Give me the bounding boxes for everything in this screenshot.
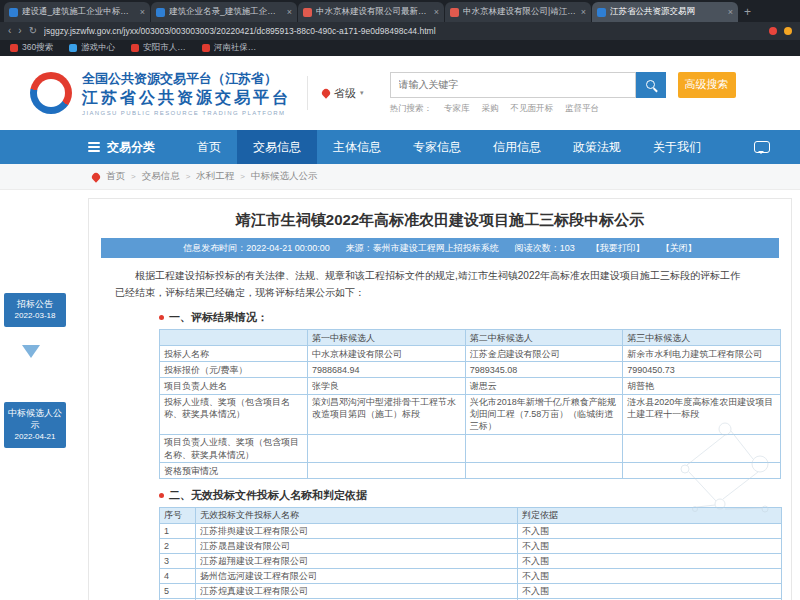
message-icon[interactable] <box>754 141 770 153</box>
forward-icon[interactable]: › <box>18 26 21 36</box>
tab-favicon <box>156 8 165 17</box>
site-logo <box>30 72 72 114</box>
cell: 新余市水利电力建筑工程有限公司 <box>623 346 781 362</box>
back-icon[interactable]: ‹ <box>8 26 11 36</box>
bullet-icon <box>159 493 164 498</box>
browser-tab[interactable]: 建设通_建筑施工企业中标、资质… × <box>4 2 150 22</box>
cell: 江苏排舆建设工程有限公司 <box>196 523 518 538</box>
chevron-down-icon: ▾ <box>360 89 364 97</box>
nav-item-policy[interactable]: 政策法规 <box>557 130 637 164</box>
breadcrumb-trade-info[interactable]: 交易信息 <box>142 170 180 183</box>
menu-icon <box>88 140 100 154</box>
bookmark-item[interactable]: 安阳市人… <box>131 42 186 54</box>
nav-item-home[interactable]: 首页 <box>181 130 237 164</box>
nav-item-expert-info[interactable]: 专家信息 <box>397 130 477 164</box>
address-bar-row: ‹ › ↻ jsggzy.jszwfw.gov.cn/jyxx/003003/0… <box>0 22 800 40</box>
address-bar[interactable]: jsggzy.jszwfw.gov.cn/jyxx/003003/0030030… <box>44 26 762 36</box>
hot-search-link[interactable]: 专家库 <box>444 103 470 115</box>
bookmark-item[interactable]: 360搜索 <box>10 42 53 54</box>
browser-tab-active[interactable]: 江苏省公共资源交易网 × <box>592 2 738 22</box>
search-button[interactable] <box>636 72 666 98</box>
cell: 不入围 <box>518 568 782 583</box>
header-cell: 无效投标文件投标人名称 <box>196 508 518 523</box>
browser-tab[interactable]: 中水京林建设有限公司最新中… × <box>298 2 444 22</box>
table-row: 2江苏晟昌建设有限公司不入围 <box>160 538 782 553</box>
close-button[interactable]: 【关闭】 <box>661 242 697 255</box>
tab-bar: 建设通_建筑施工企业中标、资质… × 建筑企业名录_建筑施工企业信誉 × 中水京… <box>0 0 800 22</box>
source: 来源：泰州市建设工程网上招投标系统 <box>346 242 499 255</box>
cell: 7989345.08 <box>465 362 623 378</box>
cell: 江苏晟昌建设有限公司 <box>196 538 518 553</box>
browser-tab[interactable]: 建筑企业名录_建筑施工企业信誉 × <box>151 2 297 22</box>
cell: 江苏超翔建设工程有限公司 <box>196 553 518 568</box>
tab-close-icon[interactable]: × <box>728 7 733 17</box>
site-title-line2: 江苏省公共资源交易平台 <box>82 88 291 109</box>
cell: 胡普艳 <box>623 378 781 394</box>
hot-search-label: 热门搜索： <box>390 103 433 115</box>
table-row: 投标报价（元/费率） 7988684.94 7989345.08 7990450… <box>160 362 781 378</box>
breadcrumb-separator: > <box>186 172 191 181</box>
tab-title: 建筑企业名录_建筑施工企业信誉 <box>169 6 283 18</box>
nav-category-button[interactable]: 交易分类 <box>88 139 155 156</box>
advanced-search-button[interactable]: 高级搜索 <box>678 72 736 98</box>
bookmark-bar: 360搜索 游戏中心 安阳市人… 河南社保… <box>0 40 800 56</box>
bookmark-item[interactable]: 游戏中心 <box>69 42 115 54</box>
breadcrumb-home[interactable]: 首页 <box>106 170 125 183</box>
main-nav: 交易分类 首页 交易信息 主体信息 专家信息 信用信息 政策法规 关于我们 <box>0 130 800 164</box>
breadcrumb-water-projects[interactable]: 水利工程 <box>196 170 234 183</box>
bookmark-favicon <box>131 44 139 52</box>
cell: 江苏煌真建设工程有限公司 <box>196 584 518 599</box>
search-icon <box>646 80 655 89</box>
cell: 不入围 <box>518 553 782 568</box>
timeline-arrow-down-icon <box>22 345 40 367</box>
print-button[interactable]: 【我要打印】 <box>591 242 645 255</box>
table-row: 5江苏煌真建设工程有限公司不入围 <box>160 584 782 599</box>
reload-icon[interactable]: ↻ <box>29 26 37 36</box>
header-cell: 第三中标候选人 <box>623 330 781 346</box>
cell: 兴化市2018年新增千亿斤粮食产能规划田间工程（7.58万亩）（临城街道三标） <box>465 394 623 434</box>
browser-tab[interactable]: 中水京林建设有限公司|靖江市… × <box>445 2 591 22</box>
extension-icon[interactable] <box>769 27 777 35</box>
cell: 谢思云 <box>465 378 623 394</box>
cell: 江苏金启建设有限公司 <box>465 346 623 362</box>
cell: 7988684.94 <box>308 362 466 378</box>
tab-close-icon[interactable]: × <box>434 7 439 17</box>
new-tab-button[interactable]: + <box>744 5 751 19</box>
hot-search-link[interactable]: 采购 <box>482 103 499 115</box>
tab-close-icon[interactable]: × <box>581 7 586 17</box>
site-header: 全国公共资源交易平台（江苏省） 江苏省公共资源交易平台 JIANGSU PUBL… <box>0 56 800 130</box>
hot-search-link[interactable]: 不见面开标 <box>511 103 554 115</box>
region-selector[interactable]: 省级 ▾ <box>307 76 364 110</box>
header-cell <box>160 330 308 346</box>
cell <box>308 434 466 462</box>
nav-item-credit-info[interactable]: 信用信息 <box>477 130 557 164</box>
row-label: 投标人名称 <box>160 346 308 362</box>
tab-title: 中水京林建设有限公司|靖江市… <box>463 6 577 18</box>
timeline-badge-tender-notice[interactable]: 招标公告 2022-03-18 <box>4 293 66 327</box>
table-row: 投标人名称 中水京林建设有限公司 江苏金启建设有限公司 新余市水利电力建筑工程有… <box>160 346 781 362</box>
site-title-block: 全国公共资源交易平台（江苏省） 江苏省公共资源交易平台 JIANGSU PUBL… <box>82 70 291 116</box>
extension-icon[interactable] <box>784 27 792 35</box>
hot-search-link[interactable]: 监督平台 <box>565 103 599 115</box>
bookmark-favicon <box>10 44 18 52</box>
header-cell: 序号 <box>160 508 196 523</box>
timeline-label: 中标候选人公示 <box>8 408 62 430</box>
bookmark-favicon <box>69 44 77 52</box>
breadcrumb-separator: > <box>131 172 136 181</box>
header-cell: 第一中标候选人 <box>308 330 466 346</box>
tab-close-icon[interactable]: × <box>287 7 292 17</box>
row-label: 项目负责人业绩、奖项（包含项目名称、获奖具体情况） <box>160 434 308 462</box>
nav-item-about[interactable]: 关于我们 <box>637 130 717 164</box>
tab-favicon <box>450 8 459 17</box>
timeline-badge-winner-announcement[interactable]: 中标候选人公示 2022-04-21 <box>4 402 66 448</box>
bookmark-item[interactable]: 河南社保… <box>202 42 257 54</box>
nav-item-trade-info[interactable]: 交易信息 <box>237 130 317 164</box>
tab-close-icon[interactable]: × <box>140 7 145 17</box>
table-row: 项目负责人姓名 张学良 谢思云 胡普艳 <box>160 378 781 394</box>
article-intro: 根据工程建设招标投标的有关法律、法规、规章和该工程招标文件的规定,靖江市生祠镇2… <box>115 268 747 301</box>
publish-time: 信息发布时间：2022-04-21 00:00:00 <box>183 242 330 255</box>
search-input[interactable] <box>390 72 636 98</box>
nav-item-subject-info[interactable]: 主体信息 <box>317 130 397 164</box>
cell: 1 <box>160 523 196 538</box>
bookmark-label: 安阳市人… <box>143 42 186 54</box>
